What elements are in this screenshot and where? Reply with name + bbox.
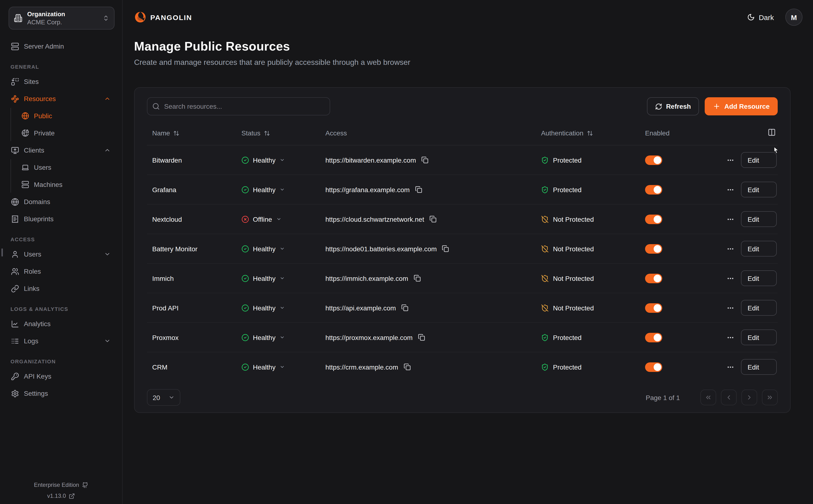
status-dropdown[interactable]: Offline [241, 215, 325, 223]
sidebar-item-links[interactable]: Links [9, 280, 114, 297]
edition-line[interactable]: Enterprise Edition [0, 482, 122, 488]
status-dropdown[interactable]: Healthy [241, 334, 325, 341]
edit-button[interactable]: Edit [741, 211, 777, 227]
edit-button[interactable]: Edit [741, 270, 777, 286]
version-label: v1.13.0 [47, 493, 66, 499]
copy-icon [401, 304, 409, 311]
theme-toggle[interactable]: Dark [747, 13, 774, 21]
sidebar-item-machines[interactable]: Machines [19, 176, 114, 193]
sidebar-item-resources[interactable]: Resources [9, 91, 114, 107]
add-resource-button[interactable]: Add Resource [705, 97, 778, 115]
enabled-toggle[interactable] [645, 303, 662, 313]
copy-url-button[interactable] [418, 334, 425, 341]
copy-url-button[interactable] [421, 156, 429, 164]
sort-icon[interactable] [587, 130, 593, 136]
status-dropdown[interactable]: Healthy [241, 304, 325, 312]
add-resource-label: Add Resource [724, 103, 770, 110]
enabled-toggle[interactable] [645, 185, 662, 194]
sidebar-item-sites[interactable]: Sites [9, 73, 114, 90]
sidebar-item-clients[interactable]: Clients [9, 142, 114, 158]
sort-icon[interactable] [263, 130, 270, 136]
circle-check-icon [241, 334, 249, 341]
sidebar-item-api-keys[interactable]: API Keys [9, 368, 114, 384]
row-menu-button[interactable] [727, 274, 734, 282]
chevron-down-icon [280, 187, 285, 192]
copy-url-button[interactable] [430, 216, 437, 223]
shield-check-icon [541, 186, 549, 193]
sidebar-item-users[interactable]: Users [19, 159, 114, 175]
chart-line-icon [11, 320, 19, 328]
user-avatar[interactable]: M [785, 9, 803, 26]
next-page-button[interactable] [741, 390, 757, 405]
sidebar-item-logs[interactable]: Logs [9, 333, 114, 349]
sidebar-item-label: Domains [24, 198, 50, 206]
actions-cell: Edit [702, 241, 778, 257]
enabled-toggle[interactable] [645, 155, 662, 165]
status-dropdown[interactable]: Healthy [241, 186, 325, 193]
org-selector[interactable]: Organization ACME Corp. [9, 7, 114, 30]
sidebar-item-label: Users [24, 250, 41, 258]
row-menu-button[interactable] [727, 215, 734, 223]
section-heading-access: ACCESS [9, 237, 114, 242]
row-menu-button[interactable] [727, 245, 734, 252]
actions-cell: Edit [702, 329, 778, 345]
sidebar-item-users[interactable]: Users [9, 246, 114, 262]
scrollbar-thumb[interactable] [1, 248, 3, 257]
edit-button[interactable]: Edit [741, 329, 777, 345]
status-dropdown[interactable]: Healthy [241, 363, 325, 371]
edit-button[interactable]: Edit [741, 182, 777, 197]
sidebar-item-settings[interactable]: Settings [9, 385, 114, 401]
table-header: Name Status Access Authentication Enable… [147, 125, 778, 145]
auth-label: Protected [553, 186, 582, 193]
sidebar-item-roles[interactable]: Roles [9, 263, 114, 279]
copy-url-button[interactable] [403, 363, 411, 370]
sidebar-nav: GENERALSitesResourcesPublicPrivateClient… [9, 64, 114, 401]
sidebar-item-private[interactable]: Private [19, 125, 114, 141]
sort-icon[interactable] [173, 130, 180, 136]
edit-button[interactable]: Edit [741, 359, 777, 375]
brand[interactable]: PANGOLIN [134, 11, 192, 23]
prev-page-button[interactable] [721, 390, 737, 405]
row-menu-button[interactable] [727, 363, 734, 371]
chevron-up-icon[interactable] [104, 147, 111, 154]
enabled-toggle[interactable] [645, 244, 662, 253]
status-dropdown[interactable]: Healthy [241, 274, 325, 282]
row-menu-button[interactable] [727, 334, 734, 341]
version-line[interactable]: v1.13.0 [0, 493, 122, 499]
arrow-right-icon [763, 334, 770, 341]
sidebar-item-label: Server Admin [24, 42, 64, 50]
enabled-toggle[interactable] [645, 362, 662, 372]
enabled-toggle[interactable] [645, 333, 662, 342]
status-dropdown[interactable]: Healthy [241, 245, 325, 252]
row-menu-button[interactable] [727, 304, 734, 312]
copy-url-button[interactable] [414, 275, 421, 282]
chevron-down-icon[interactable] [104, 251, 111, 257]
sidebar-item-analytics[interactable]: Analytics [9, 316, 114, 332]
first-page-button[interactable] [700, 390, 716, 405]
enabled-toggle[interactable] [645, 214, 662, 224]
columns-toggle-button[interactable] [768, 128, 776, 138]
toggle-knob [654, 274, 661, 282]
sidebar-item-server-admin[interactable]: Server Admin [9, 38, 114, 54]
copy-url-button[interactable] [442, 245, 449, 252]
sidebar-item-blueprints[interactable]: Blueprints [9, 211, 114, 227]
edit-button[interactable]: Edit [741, 241, 777, 257]
sidebar-item-public[interactable]: Public [19, 108, 114, 124]
search-input[interactable] [147, 97, 330, 115]
page-size-select[interactable]: 20 [147, 389, 180, 406]
edit-button[interactable]: Edit [741, 300, 777, 316]
copy-url-button[interactable] [415, 186, 422, 193]
edit-button[interactable]: Edit [741, 152, 777, 168]
row-menu-button[interactable] [727, 156, 734, 164]
status-dropdown[interactable]: Healthy [241, 156, 325, 164]
last-page-button[interactable] [762, 390, 778, 405]
sidebar-item-domains[interactable]: Domains [9, 194, 114, 210]
row-menu-button[interactable] [727, 186, 734, 193]
chevron-up-icon[interactable] [104, 95, 111, 102]
chevron-down-icon[interactable] [104, 338, 111, 344]
enabled-toggle[interactable] [645, 273, 662, 283]
chevrons-left-icon [705, 394, 712, 401]
copy-url-button[interactable] [401, 304, 409, 311]
refresh-button[interactable]: Refresh [647, 97, 699, 115]
link-icon [11, 284, 19, 293]
